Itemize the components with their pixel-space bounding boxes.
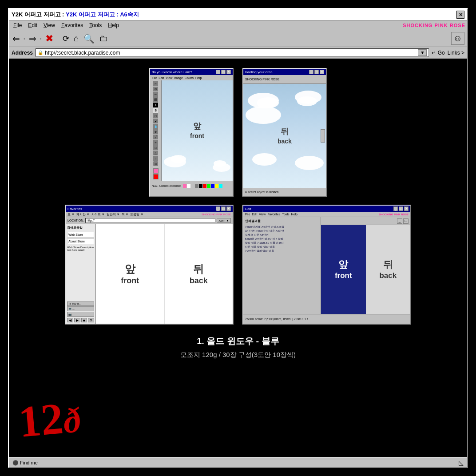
search-button[interactable]: 🔍 — [83, 33, 95, 44]
tool-polygon[interactable]: △ — [153, 151, 158, 155]
tool-pencil[interactable]: ✏ — [153, 92, 158, 97]
card2-min-btn[interactable]: _ — [309, 70, 313, 74]
tool-select[interactable]: ✂ — [153, 81, 158, 86]
pal-red — [203, 184, 206, 188]
card2-title-bar: loading your drea... _ □ ✕ — [243, 69, 326, 75]
panel1-footer-btn3[interactable]: 📷 ... — [67, 312, 94, 317]
panel2-rt-btn1[interactable]: _ — [397, 218, 402, 224]
panel1-go-btn[interactable]: .com ▼ — [217, 218, 231, 223]
tool-brush[interactable]: 🖌 — [153, 119, 158, 123]
panel2-controls: _ □ ✕ — [393, 206, 409, 211]
smiley-button[interactable]: ☺ — [451, 32, 464, 45]
card2-toolbar: SHOCKING PINK ROSE — [243, 75, 326, 84]
info-subtitle: 모조지 120g / 30장 구성(3도안 10장씩) — [180, 351, 296, 359]
info-section: 1. 올드 윈도우 - 블루 모조지 120g / 30장 구성(3도안 10장… — [180, 335, 296, 359]
panel1-max[interactable]: □ — [221, 206, 226, 211]
window-title-blue: Y2K 어퍼고 저퍼고 : A6속지 — [66, 11, 139, 18]
address-label: Address — [12, 50, 33, 56]
handwritten-number: 12ð — [17, 395, 83, 444]
menu-edit[interactable]: Edit — [25, 22, 40, 29]
panel1-close[interactable]: ✕ — [226, 206, 231, 211]
tool-curve[interactable]: ∿ — [153, 140, 158, 145]
tool-S[interactable]: S — [153, 108, 158, 113]
panel1-sidebar: 검색도움말 Web Store About Store Web Store De… — [66, 224, 96, 324]
panel2-min[interactable]: _ — [393, 206, 398, 211]
panel1-controls: _ □ ✕ — [216, 206, 231, 211]
home-button[interactable]: ⌂ — [73, 33, 80, 44]
card2-scrollbar[interactable] — [321, 129, 325, 143]
card2-close-btn[interactable]: ✕ — [320, 70, 324, 74]
folder-button[interactable]: 🗀 — [98, 33, 109, 44]
panel2-rt-btn2[interactable]: □ — [403, 218, 409, 224]
stop-button[interactable]: ✖ — [44, 33, 54, 44]
tool-ellipse[interactable]: ○ — [153, 156, 158, 161]
panel1-body: 검색도움말 Web Store About Store Web Store De… — [66, 224, 233, 324]
menu-file[interactable]: File — [11, 22, 24, 29]
panel1-nav-stop[interactable]: ■ — [81, 318, 87, 322]
swatch-red[interactable] — [153, 174, 159, 179]
panel1-nav-right[interactable]: ▶ — [74, 318, 80, 322]
lock-icon: 🔒 — [38, 50, 43, 55]
card1-close-btn[interactable]: ✕ — [226, 70, 231, 74]
panel1-footer-btn2[interactable]: 💻... — [67, 306, 94, 311]
panel1-front-label: 앞 front — [121, 262, 139, 286]
tool-rect[interactable]: □ — [153, 145, 158, 150]
address-input[interactable] — [45, 50, 418, 56]
card1-min-btn[interactable]: _ — [216, 70, 220, 74]
panel1-sidebar-item2[interactable]: About Store — [67, 238, 94, 244]
panel1-front-card: 앞 front — [96, 224, 165, 324]
panel1-back-card: 뒤 back — [165, 224, 233, 324]
status-text: ⚫ Find me — [12, 460, 38, 466]
card2-window-controls: _ □ ✕ — [309, 70, 324, 74]
card1-palette: Note: A 00000-00000000 — [150, 181, 233, 190]
card1-canvas: 앞 front — [162, 80, 233, 181]
menu-help[interactable]: Help — [105, 22, 122, 29]
go-button[interactable]: ↵ Go — [432, 50, 444, 56]
tool-rrect[interactable]: ▭ — [153, 161, 158, 166]
card-paint-front: do you know where i am? _ □ ✕ File Edit … — [149, 68, 234, 197]
card1-body: ✂ ⊡ ✏ ⬛ A S ◻ 🖌 💧 ⊕ ╱ ∿ □ △ ○ — [150, 80, 233, 181]
panel2-max[interactable]: □ — [399, 206, 403, 211]
card-browser-back: loading your drea... _ □ ✕ SHOCKING PINK… — [242, 68, 327, 197]
panel1-min[interactable]: _ — [216, 206, 220, 211]
toolbar: ⇐ • ⇒ • ✖ ⟳ ⌂ 🔍 🗀 ☺ — [9, 30, 467, 47]
pal-blue — [211, 184, 214, 188]
status-bar: ⚫ Find me ◺ — [9, 457, 467, 467]
refresh-button[interactable]: ⟳ — [62, 34, 70, 44]
panel1-nav-reload[interactable]: ⟳ — [88, 318, 94, 322]
window-title: Y2K 어퍼고 저퍼고 : Y2K 어퍼고 저퍼고 : A6속지 — [12, 11, 139, 19]
menu-tools[interactable]: Tools — [87, 22, 104, 29]
panel1-nav-left[interactable]: ◀ — [67, 318, 73, 322]
resize-handle[interactable]: ◺ — [459, 459, 464, 466]
tool-fill[interactable]: ⬛ — [153, 97, 158, 102]
card1-max-btn[interactable]: □ — [221, 70, 226, 74]
panel2-text-title: 인쇄결과물 — [245, 219, 319, 223]
menu-favorites[interactable]: Favorites — [59, 22, 86, 29]
forward-button[interactable]: ⇒ — [28, 33, 37, 44]
tool-dropper[interactable]: 💧 — [153, 124, 158, 129]
tool-text[interactable]: A — [153, 103, 158, 107]
panel1-addr-input[interactable]: http:// — [85, 218, 215, 223]
pal-dgray — [195, 184, 198, 188]
links-label[interactable]: Links > — [448, 50, 464, 56]
panel2-close[interactable]: ✕ — [404, 206, 409, 211]
tool-line[interactable]: ╱ — [153, 135, 158, 139]
pal-cyan — [219, 184, 222, 188]
pal-white — [187, 184, 190, 188]
card2-title-text: loading your drea... — [245, 70, 276, 74]
tool-magnify[interactable]: ⊕ — [153, 129, 158, 134]
menu-view[interactable]: View — [41, 22, 58, 29]
panel1-footer-btn1[interactable]: To buy to... — [67, 301, 94, 306]
card1-menu: File Edit View Image Colors Help — [150, 75, 233, 80]
panel2-menu-pink: SHOCKING PINK ROSE — [379, 213, 409, 216]
back-button[interactable]: ⇐ — [12, 33, 21, 44]
close-button[interactable]: ✕ — [456, 11, 464, 19]
panel2-body: 인쇄결과물 7,000(단계별 A4단면 아이스크림 A4 단면) 7,000 … — [243, 217, 410, 314]
tool-lasso[interactable]: ⊡ — [153, 87, 158, 91]
panel1-sidebar-item1[interactable]: Web Store — [67, 232, 94, 238]
dropdown-button[interactable]: ▼ — [418, 49, 427, 56]
panel2-text-area: 인쇄결과물 7,000(단계별 A4단면 아이스크림 A4 단면) 7,000 … — [243, 217, 321, 314]
card2-max-btn[interactable]: □ — [314, 70, 319, 74]
tool-eraser[interactable]: ◻ — [153, 113, 158, 118]
swatch-pink[interactable] — [153, 168, 159, 174]
